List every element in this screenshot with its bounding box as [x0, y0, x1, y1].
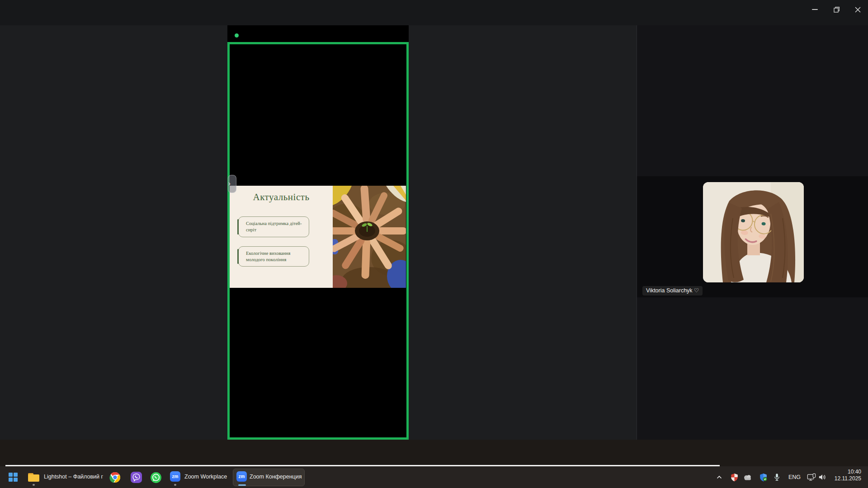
file-explorer-button[interactable] [28, 471, 39, 483]
tray-onedrive[interactable] [743, 472, 753, 483]
active-app-indicator [238, 484, 246, 486]
clock-date: 12.11.2025 [821, 475, 861, 482]
cloud-icon [743, 474, 752, 480]
tray-antivirus[interactable] [730, 472, 739, 483]
slide-bullet-text: Соціальна підтримка дітей-сиріт [246, 221, 305, 233]
hands-photo-illustration [333, 186, 406, 288]
tray-cast-device[interactable] [807, 472, 816, 483]
participant-portrait-illustration [703, 182, 804, 282]
desktop: Актуальність Соціальна підтримка дітей-с… [0, 0, 868, 488]
minimize-button[interactable] [808, 4, 821, 15]
red-shield-icon [731, 473, 738, 482]
chevron-right-icon: › [228, 180, 231, 187]
file-explorer-label[interactable]: Lightshot – Файловий г [44, 474, 103, 480]
chrome-button[interactable] [109, 471, 121, 483]
viber-icon [131, 472, 142, 483]
shared-screen-top-bar [227, 25, 409, 42]
close-button[interactable] [851, 4, 864, 15]
whatsapp-icon [150, 472, 162, 483]
bullet-accent-bar [237, 219, 239, 235]
blue-shield-check-icon [760, 473, 767, 482]
taskbar-clock[interactable]: 10:40 12.11.2025 [821, 469, 861, 482]
restore-button[interactable] [830, 4, 844, 15]
zoom-app-icon: zm [236, 471, 247, 482]
chevron-up-icon [717, 475, 722, 479]
slide-bullet-box: Соціальна підтримка дітей-сиріт [238, 216, 309, 237]
taskbar: Lightshot – Файловий г [0, 466, 868, 488]
recording-indicator-dot [235, 33, 239, 38]
microphone-icon [774, 473, 780, 482]
viber-button[interactable] [130, 471, 142, 483]
zoom-workplace-button[interactable]: zm [170, 471, 180, 482]
minimize-icon [812, 9, 818, 10]
zoom-meeting-label[interactable]: Zoom Конференция [250, 474, 302, 480]
restore-icon [834, 6, 840, 13]
slide-title: Актуальність [230, 192, 333, 203]
zoom-meeting-icon-wrap[interactable]: zm [236, 471, 247, 482]
tray-chevron-up[interactable] [716, 472, 722, 483]
monitor-phone-icon [807, 473, 816, 482]
running-indicator-dot [33, 484, 35, 486]
start-button[interactable] [7, 471, 19, 483]
tray-windows-security[interactable] [759, 472, 768, 483]
running-indicator-dot [174, 484, 176, 486]
slide-bullet-box: Екологічне виховання молодого покоління [238, 246, 309, 267]
whatsapp-button[interactable] [150, 471, 162, 483]
zoom-window-titlebar [0, 0, 868, 25]
folder-icon [28, 473, 39, 482]
slide-photo-hands [333, 186, 406, 288]
chrome-icon [109, 472, 121, 483]
zoom-app-icon: zm [170, 471, 180, 482]
language-indicator[interactable]: ENG [788, 474, 801, 480]
participant-name-label: Viktoria Soliarchyk ♡ [642, 286, 703, 296]
close-icon [855, 7, 861, 13]
slide-bullet-text: Екологічне виховання молодого покоління [246, 250, 305, 263]
windows-logo-icon [9, 473, 18, 482]
window-bottom-strip [0, 440, 868, 466]
participant-portrait [703, 182, 804, 282]
tray-microphone[interactable] [773, 472, 780, 483]
zoom-workplace-label[interactable]: Zoom Workplace [184, 474, 227, 480]
clock-time: 10:40 [821, 469, 861, 475]
bullet-accent-bar [237, 249, 239, 264]
panel-expand-handle[interactable]: › [228, 175, 236, 193]
